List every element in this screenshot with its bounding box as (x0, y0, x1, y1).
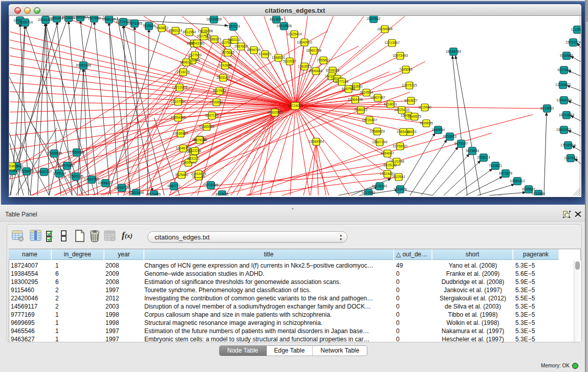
svg-text:9699695: 9699695 (420, 121, 433, 125)
svg-text:15692971: 15692971 (556, 128, 572, 132)
svg-text:10807487: 10807487 (370, 96, 385, 99)
svg-text:9777169: 9777169 (335, 80, 349, 83)
svg-text:11325419: 11325419 (287, 32, 302, 36)
svg-text:9329966: 9329966 (560, 54, 573, 57)
svg-text:12213967: 12213967 (384, 41, 400, 45)
svg-text:14055714: 14055714 (17, 20, 33, 24)
svg-text:3267130: 3267130 (205, 114, 219, 117)
svg-text:21364436: 21364436 (347, 98, 363, 101)
svg-text:8990448: 8990448 (309, 69, 322, 73)
svg-text:17016504: 17016504 (560, 143, 576, 147)
svg-text:16107554: 16107554 (170, 100, 186, 103)
svg-text:9084067: 9084067 (381, 151, 394, 155)
svg-text:3624554: 3624554 (360, 91, 373, 94)
svg-text:15720407: 15720407 (362, 118, 377, 122)
svg-text:7515526: 7515526 (142, 24, 156, 28)
svg-text:16648784: 16648784 (446, 50, 461, 53)
svg-text:2718176: 2718176 (177, 70, 190, 74)
svg-text:2087682: 2087682 (367, 17, 380, 20)
svg-text:9115460: 9115460 (418, 105, 431, 109)
svg-text:7986322: 7986322 (354, 108, 367, 112)
svg-text:9327509: 9327509 (188, 53, 202, 57)
svg-text:2935114: 2935114 (477, 156, 490, 159)
svg-text:2803144: 2803144 (216, 76, 230, 79)
svg-text:1640954: 1640954 (431, 128, 445, 132)
svg-text:20914479: 20914479 (191, 172, 206, 176)
svg-text:5461111: 5461111 (228, 38, 241, 41)
svg-text:10025433: 10025433 (394, 108, 409, 112)
svg-text:1700611: 1700611 (210, 100, 223, 104)
svg-text:16782759: 16782759 (114, 186, 129, 189)
svg-text:16033809: 16033809 (206, 17, 222, 21)
svg-text:16210643: 16210643 (559, 113, 574, 117)
svg-text:8123011: 8123011 (215, 192, 229, 195)
svg-text:12093872: 12093872 (555, 83, 571, 86)
svg-text:8322211: 8322211 (188, 149, 202, 152)
svg-text:13226058: 13226058 (198, 29, 213, 33)
svg-text:8186323: 8186323 (208, 37, 221, 41)
svg-text:12942737: 12942737 (36, 170, 52, 173)
svg-text:1145194: 1145194 (53, 171, 66, 175)
svg-text:18724007: 18724007 (288, 104, 303, 107)
svg-text:19166827: 19166827 (173, 132, 188, 135)
svg-text:9242848: 9242848 (219, 63, 232, 67)
svg-text:7485063: 7485063 (399, 68, 412, 71)
svg-text:9227349: 9227349 (557, 68, 571, 72)
svg-text:8215953: 8215953 (540, 106, 554, 110)
svg-text:9463627: 9463627 (404, 99, 418, 102)
svg-text:7663822: 7663822 (155, 26, 168, 30)
svg-text:1733426: 1733426 (394, 187, 407, 191)
svg-text:9474444: 9474444 (466, 149, 479, 152)
svg-text:15751074: 15751074 (565, 40, 581, 44)
svg-text:8953923: 8953923 (443, 135, 456, 138)
svg-text:6216011: 6216011 (384, 102, 397, 106)
svg-text:12213303: 12213303 (172, 85, 187, 89)
svg-text:8471676: 8471676 (499, 171, 512, 175)
svg-text:8912954: 8912954 (183, 30, 196, 34)
svg-text:10756921: 10756921 (393, 144, 408, 148)
svg-text:19654985: 19654985 (170, 116, 186, 119)
svg-text:9657771: 9657771 (167, 184, 181, 188)
svg-text:12975115: 12975115 (402, 83, 417, 87)
svg-text:1853811: 1853811 (9, 164, 18, 168)
svg-text:10958107: 10958107 (98, 181, 113, 185)
svg-text:10655267: 10655267 (73, 16, 88, 19)
svg-text:15716485: 15716485 (203, 183, 219, 187)
svg-text:6497568: 6497568 (342, 87, 355, 91)
svg-text:1112503: 1112503 (571, 28, 581, 31)
svg-text:20053346: 20053346 (76, 63, 91, 67)
svg-text:1362615: 1362615 (298, 64, 311, 68)
svg-text:12923448: 12923448 (128, 191, 144, 194)
svg-text:1549575: 1549575 (408, 115, 421, 118)
svg-text:1588520: 1588520 (272, 56, 285, 59)
svg-text:8427552: 8427552 (213, 89, 226, 93)
svg-text:6466160: 6466160 (102, 17, 116, 21)
svg-text:9712000: 9712000 (532, 192, 545, 195)
svg-text:14136141: 14136141 (372, 184, 387, 188)
svg-text:19384554: 19384554 (309, 140, 324, 143)
svg-text:19218506: 19218506 (276, 24, 292, 28)
svg-text:1167533: 1167533 (564, 156, 577, 160)
svg-text:12505185: 12505185 (68, 174, 83, 178)
svg-text:8960124: 8960124 (169, 29, 182, 32)
svg-text:18678332: 18678332 (192, 138, 207, 142)
svg-text:18807249: 18807249 (372, 140, 387, 144)
svg-text:12444153: 12444153 (556, 98, 572, 102)
svg-text:11156819: 11156819 (19, 169, 34, 173)
svg-text:8454749: 8454749 (247, 48, 260, 52)
svg-text:9213300: 9213300 (362, 191, 375, 194)
svg-text:7632621: 7632621 (489, 164, 502, 167)
svg-text:1615132: 1615132 (383, 163, 397, 167)
svg-text:7357224: 7357224 (227, 25, 240, 28)
svg-text:16671385: 16671385 (127, 21, 142, 25)
svg-text:19355594: 19355594 (199, 125, 214, 128)
svg-text:9123455: 9123455 (147, 192, 161, 195)
svg-text:5322037: 5322037 (283, 59, 296, 63)
svg-text:16961758: 16961758 (306, 49, 321, 52)
svg-text:9245652: 9245652 (522, 187, 535, 191)
svg-text:6479197: 6479197 (454, 142, 468, 145)
svg-text:10654112: 10654112 (510, 179, 525, 183)
svg-text:7625402: 7625402 (175, 173, 188, 177)
svg-text:7955812: 7955812 (317, 58, 330, 62)
svg-text:17957255: 17957255 (84, 178, 99, 181)
